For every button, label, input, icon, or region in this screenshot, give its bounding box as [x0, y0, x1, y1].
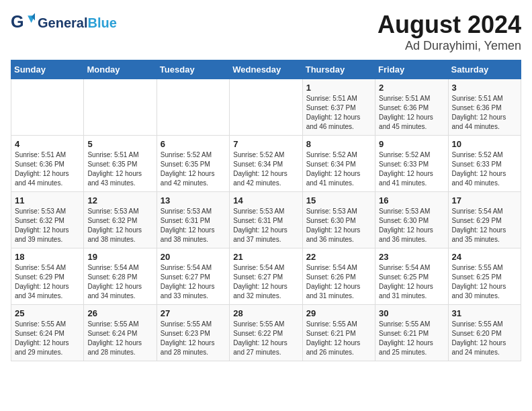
calendar-cell: 29Sunrise: 5:55 AM Sunset: 6:21 PM Dayli…	[302, 305, 375, 361]
day-detail: Sunrise: 5:54 AM Sunset: 6:28 PM Dayligh…	[87, 263, 152, 301]
calendar-cell	[157, 79, 229, 136]
calendar-cell: 28Sunrise: 5:55 AM Sunset: 6:22 PM Dayli…	[230, 305, 302, 361]
calendar-cell	[230, 79, 302, 136]
day-number: 22	[306, 252, 371, 262]
day-detail: Sunrise: 5:54 AM Sunset: 6:29 PM Dayligh…	[452, 207, 517, 244]
day-number: 14	[233, 195, 298, 205]
day-detail: Sunrise: 5:55 AM Sunset: 6:23 PM Dayligh…	[161, 320, 226, 357]
calendar-cell: 16Sunrise: 5:53 AM Sunset: 6:30 PM Dayli…	[375, 192, 448, 248]
logo: G GeneralBlue	[11, 11, 117, 35]
day-detail: Sunrise: 5:52 AM Sunset: 6:34 PM Dayligh…	[233, 150, 298, 188]
day-detail: Sunrise: 5:54 AM Sunset: 6:29 PM Dayligh…	[15, 263, 80, 301]
day-number: 17	[452, 195, 517, 205]
day-detail: Sunrise: 5:52 AM Sunset: 6:33 PM Dayligh…	[452, 150, 517, 188]
day-number: 26	[87, 308, 152, 318]
calendar-cell: 11Sunrise: 5:53 AM Sunset: 6:32 PM Dayli…	[11, 192, 84, 248]
day-number: 13	[161, 195, 226, 205]
weekday-header-saturday: Saturday	[448, 60, 521, 79]
day-detail: Sunrise: 5:53 AM Sunset: 6:32 PM Dayligh…	[15, 207, 80, 244]
day-detail: Sunrise: 5:54 AM Sunset: 6:25 PM Dayligh…	[379, 263, 444, 301]
day-number: 7	[233, 139, 298, 149]
calendar-cell: 27Sunrise: 5:55 AM Sunset: 6:23 PM Dayli…	[157, 305, 229, 361]
calendar-title-block: August 2024 Ad Durayhimi, Yemen	[378, 11, 521, 53]
calendar-cell: 9Sunrise: 5:52 AM Sunset: 6:33 PM Daylig…	[375, 136, 448, 192]
weekday-header-thursday: Thursday	[302, 60, 375, 79]
calendar-cell: 12Sunrise: 5:53 AM Sunset: 6:32 PM Dayli…	[84, 192, 157, 248]
calendar-cell: 19Sunrise: 5:54 AM Sunset: 6:28 PM Dayli…	[84, 248, 157, 305]
calendar-table: SundayMondayTuesdayWednesdayThursdayFrid…	[11, 60, 521, 361]
day-number: 10	[452, 139, 517, 149]
calendar-cell: 14Sunrise: 5:53 AM Sunset: 6:31 PM Dayli…	[230, 192, 302, 248]
day-detail: Sunrise: 5:55 AM Sunset: 6:22 PM Dayligh…	[233, 320, 298, 357]
calendar-title: August 2024	[378, 11, 521, 39]
weekday-header-monday: Monday	[84, 60, 157, 79]
day-number: 19	[87, 252, 152, 262]
day-detail: Sunrise: 5:51 AM Sunset: 6:36 PM Dayligh…	[379, 94, 444, 132]
day-detail: Sunrise: 5:54 AM Sunset: 6:26 PM Dayligh…	[306, 263, 371, 301]
day-detail: Sunrise: 5:53 AM Sunset: 6:32 PM Dayligh…	[87, 207, 152, 244]
page-header: G GeneralBlue August 2024 Ad Durayhimi, …	[11, 11, 521, 53]
calendar-cell: 23Sunrise: 5:54 AM Sunset: 6:25 PM Dayli…	[375, 248, 448, 305]
day-number: 18	[15, 252, 80, 262]
calendar-week-row: 18Sunrise: 5:54 AM Sunset: 6:29 PM Dayli…	[11, 248, 521, 305]
weekday-header-row: SundayMondayTuesdayWednesdayThursdayFrid…	[11, 60, 521, 79]
calendar-cell: 24Sunrise: 5:55 AM Sunset: 6:25 PM Dayli…	[448, 248, 521, 305]
day-number: 27	[161, 308, 226, 318]
day-number: 29	[306, 308, 371, 318]
calendar-cell: 8Sunrise: 5:52 AM Sunset: 6:34 PM Daylig…	[302, 136, 375, 192]
day-number: 6	[161, 139, 226, 149]
day-detail: Sunrise: 5:55 AM Sunset: 6:24 PM Dayligh…	[87, 320, 152, 357]
svg-text:G: G	[11, 12, 24, 31]
calendar-cell: 1Sunrise: 5:51 AM Sunset: 6:37 PM Daylig…	[302, 79, 375, 136]
calendar-week-row: 11Sunrise: 5:53 AM Sunset: 6:32 PM Dayli…	[11, 192, 521, 248]
day-detail: Sunrise: 5:52 AM Sunset: 6:33 PM Dayligh…	[379, 150, 444, 188]
calendar-cell: 10Sunrise: 5:52 AM Sunset: 6:33 PM Dayli…	[448, 136, 521, 192]
day-detail: Sunrise: 5:51 AM Sunset: 6:36 PM Dayligh…	[452, 94, 517, 132]
calendar-cell: 17Sunrise: 5:54 AM Sunset: 6:29 PM Dayli…	[448, 192, 521, 248]
calendar-cell: 7Sunrise: 5:52 AM Sunset: 6:34 PM Daylig…	[230, 136, 302, 192]
calendar-cell: 18Sunrise: 5:54 AM Sunset: 6:29 PM Dayli…	[11, 248, 84, 305]
calendar-week-row: 1Sunrise: 5:51 AM Sunset: 6:37 PM Daylig…	[11, 79, 521, 136]
day-detail: Sunrise: 5:54 AM Sunset: 6:27 PM Dayligh…	[161, 263, 226, 301]
calendar-cell: 15Sunrise: 5:53 AM Sunset: 6:30 PM Dayli…	[302, 192, 375, 248]
day-number: 12	[87, 195, 152, 205]
day-number: 30	[379, 308, 444, 318]
calendar-week-row: 4Sunrise: 5:51 AM Sunset: 6:36 PM Daylig…	[11, 136, 521, 192]
day-number: 5	[87, 139, 152, 149]
day-number: 24	[452, 252, 517, 262]
calendar-cell: 13Sunrise: 5:53 AM Sunset: 6:31 PM Dayli…	[157, 192, 229, 248]
logo-icon: G	[11, 11, 35, 35]
calendar-cell	[11, 79, 84, 136]
calendar-cell: 22Sunrise: 5:54 AM Sunset: 6:26 PM Dayli…	[302, 248, 375, 305]
day-detail: Sunrise: 5:52 AM Sunset: 6:34 PM Dayligh…	[306, 150, 371, 188]
calendar-header: SundayMondayTuesdayWednesdayThursdayFrid…	[11, 60, 521, 79]
calendar-cell: 4Sunrise: 5:51 AM Sunset: 6:36 PM Daylig…	[11, 136, 84, 192]
calendar-cell: 30Sunrise: 5:55 AM Sunset: 6:21 PM Dayli…	[375, 305, 448, 361]
day-detail: Sunrise: 5:51 AM Sunset: 6:37 PM Dayligh…	[306, 94, 371, 132]
day-number: 11	[15, 195, 80, 205]
calendar-cell: 20Sunrise: 5:54 AM Sunset: 6:27 PM Dayli…	[157, 248, 229, 305]
day-number: 31	[452, 308, 517, 318]
day-detail: Sunrise: 5:51 AM Sunset: 6:35 PM Dayligh…	[87, 150, 152, 188]
calendar-cell: 31Sunrise: 5:55 AM Sunset: 6:20 PM Dayli…	[448, 305, 521, 361]
day-number: 4	[15, 139, 80, 149]
day-number: 2	[379, 83, 444, 93]
calendar-cell: 2Sunrise: 5:51 AM Sunset: 6:36 PM Daylig…	[375, 79, 448, 136]
day-number: 8	[306, 139, 371, 149]
day-number: 21	[233, 252, 298, 262]
calendar-week-row: 25Sunrise: 5:55 AM Sunset: 6:24 PM Dayli…	[11, 305, 521, 361]
calendar-cell	[84, 79, 157, 136]
calendar-cell: 3Sunrise: 5:51 AM Sunset: 6:36 PM Daylig…	[448, 79, 521, 136]
day-detail: Sunrise: 5:55 AM Sunset: 6:24 PM Dayligh…	[15, 320, 80, 357]
calendar-body: 1Sunrise: 5:51 AM Sunset: 6:37 PM Daylig…	[11, 79, 521, 361]
weekday-header-friday: Friday	[375, 60, 448, 79]
day-detail: Sunrise: 5:55 AM Sunset: 6:25 PM Dayligh…	[452, 263, 517, 301]
weekday-header-sunday: Sunday	[11, 60, 84, 79]
day-detail: Sunrise: 5:55 AM Sunset: 6:21 PM Dayligh…	[306, 320, 371, 357]
weekday-header-tuesday: Tuesday	[157, 60, 229, 79]
day-detail: Sunrise: 5:54 AM Sunset: 6:27 PM Dayligh…	[233, 263, 298, 301]
day-number: 28	[233, 308, 298, 318]
day-detail: Sunrise: 5:53 AM Sunset: 6:31 PM Dayligh…	[233, 207, 298, 244]
calendar-cell: 6Sunrise: 5:52 AM Sunset: 6:35 PM Daylig…	[157, 136, 229, 192]
day-detail: Sunrise: 5:55 AM Sunset: 6:20 PM Dayligh…	[452, 320, 517, 357]
